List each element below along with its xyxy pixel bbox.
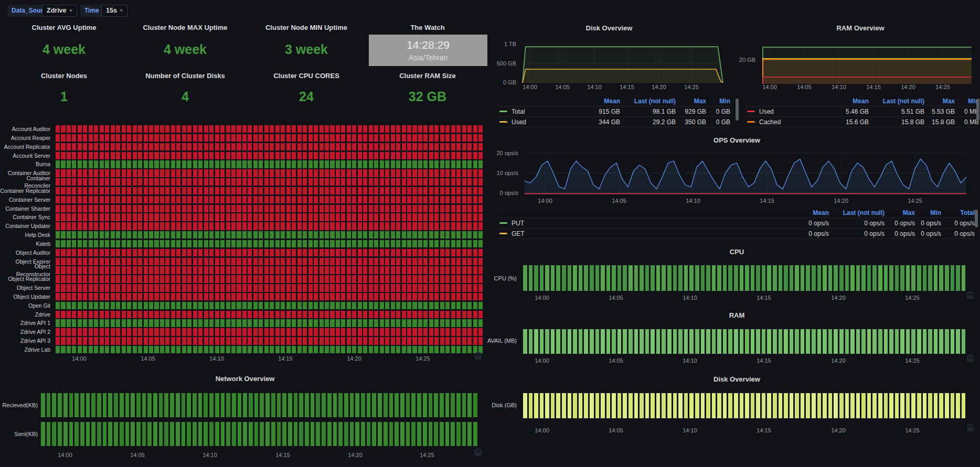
legend-header-total[interactable]: Total xyxy=(941,209,975,216)
status-cell xyxy=(281,205,285,212)
status-cell xyxy=(105,258,109,265)
status-cell xyxy=(56,187,60,194)
legend-header-last-not-null-[interactable]: Last (not null) xyxy=(829,209,885,216)
status-cell xyxy=(198,311,203,318)
status-cell xyxy=(220,125,225,133)
status-cell xyxy=(363,134,367,142)
legend-scrollbar[interactable] xyxy=(736,99,739,121)
status-cell xyxy=(303,240,307,247)
legend-series-row[interactable]: GET0 ops/s0 ops/s0 ops/s0 ops/s0 ops/s xyxy=(497,228,975,239)
legend-series-row[interactable]: Total915 GB98.1 GB929 GB0 GB xyxy=(497,106,730,116)
status-cell xyxy=(418,258,422,265)
status-cell xyxy=(281,249,285,256)
status-cell xyxy=(165,213,169,221)
status-cell xyxy=(270,337,274,344)
status-cell xyxy=(374,143,378,150)
status-cell xyxy=(264,160,269,168)
legend-scrollbar[interactable] xyxy=(976,99,979,121)
status-cell xyxy=(434,275,439,283)
status-cell xyxy=(369,328,373,335)
status-cell xyxy=(270,249,274,256)
legend-header-mean[interactable]: Mean xyxy=(835,97,869,105)
status-cell xyxy=(100,284,104,291)
status-cell xyxy=(407,152,411,159)
status-cell xyxy=(187,134,191,142)
status-cell xyxy=(149,337,153,344)
metric-bar xyxy=(434,393,438,417)
time-interval-select[interactable]: 15s ˅ xyxy=(101,5,127,17)
status-cell xyxy=(451,240,455,247)
status-cell xyxy=(429,134,433,142)
status-cell xyxy=(176,152,180,159)
legend-header-max[interactable]: Max xyxy=(885,209,915,216)
status-cell xyxy=(237,169,241,177)
status-cell xyxy=(133,231,137,238)
status-cell xyxy=(407,258,411,265)
status-cell xyxy=(314,160,318,168)
legend-series-row[interactable]: PUT0 ops/s0 ops/s0 ops/s0 ops/s0 ops/s xyxy=(497,218,975,228)
status-cell xyxy=(111,266,115,274)
status-cell xyxy=(292,311,296,318)
legend-header-min[interactable]: Min xyxy=(955,97,979,105)
legend-header-mean[interactable]: Mean xyxy=(587,97,620,105)
status-cell xyxy=(369,222,373,230)
status-cell xyxy=(144,143,148,150)
status-cell xyxy=(83,240,87,247)
status-cell xyxy=(445,187,450,194)
status-cell xyxy=(176,231,180,238)
status-cell xyxy=(94,213,98,221)
legend-series-row[interactable]: Cached15.6 GB15.8 GB15.8 GB0 MB xyxy=(745,116,979,127)
status-cell xyxy=(209,249,214,256)
status-cell xyxy=(56,143,60,150)
status-cell xyxy=(122,302,126,309)
status-cell xyxy=(451,222,455,230)
datasource-select[interactable]: Zdrive ˅ xyxy=(42,5,77,17)
status-cell xyxy=(374,266,378,274)
legend-header-last-not-null-[interactable]: Last (not null) xyxy=(869,97,924,105)
status-cell xyxy=(215,258,219,265)
status-cell xyxy=(281,178,285,186)
status-cell xyxy=(264,178,269,186)
status-cell xyxy=(380,266,384,274)
status-cell xyxy=(275,178,280,186)
status-cell xyxy=(352,319,356,327)
legend-header-max[interactable]: Max xyxy=(676,97,706,105)
status-cell xyxy=(303,337,307,344)
status-cell xyxy=(336,169,340,177)
legend-series-row[interactable]: Used5.46 GB5.51 GB5.53 GB0 MB xyxy=(745,106,979,116)
legend-header-max[interactable]: Max xyxy=(924,97,955,105)
legend-header-mean[interactable]: Mean xyxy=(795,209,829,216)
status-cell xyxy=(67,152,71,159)
status-cell xyxy=(248,222,252,230)
metric-bar xyxy=(684,265,688,291)
status-cell xyxy=(138,205,142,212)
status-cell xyxy=(281,231,285,238)
status-cell xyxy=(264,249,269,256)
legend-header-min[interactable]: Min xyxy=(915,209,941,216)
status-cell xyxy=(440,346,444,353)
status-cell xyxy=(407,284,411,291)
status-cell xyxy=(467,266,472,274)
status-cell xyxy=(149,160,153,168)
status-cell xyxy=(220,205,225,212)
status-cell xyxy=(418,319,422,327)
status-cell xyxy=(138,275,142,283)
status-cell xyxy=(138,311,142,318)
legend-header-last-not-null-[interactable]: Last (not null) xyxy=(620,97,676,105)
metric-bar xyxy=(651,393,655,418)
status-cell xyxy=(434,346,439,353)
status-cell xyxy=(226,178,230,186)
status-cell xyxy=(385,187,389,194)
legend-scrollbar[interactable] xyxy=(975,210,978,227)
legend-series-row[interactable]: Used344 GB29.2 GB350 GB0 GB xyxy=(497,116,730,127)
status-cell xyxy=(369,258,373,265)
status-cell xyxy=(83,125,87,133)
status-cells xyxy=(56,328,483,335)
legend-stat-value: 0 ops/s xyxy=(829,230,885,237)
legend-header-min[interactable]: Min xyxy=(706,97,730,105)
status-cell xyxy=(451,160,455,168)
status-cell xyxy=(363,258,367,265)
status-cell xyxy=(193,302,197,309)
status-cell xyxy=(467,222,472,230)
status-cell xyxy=(165,205,169,212)
